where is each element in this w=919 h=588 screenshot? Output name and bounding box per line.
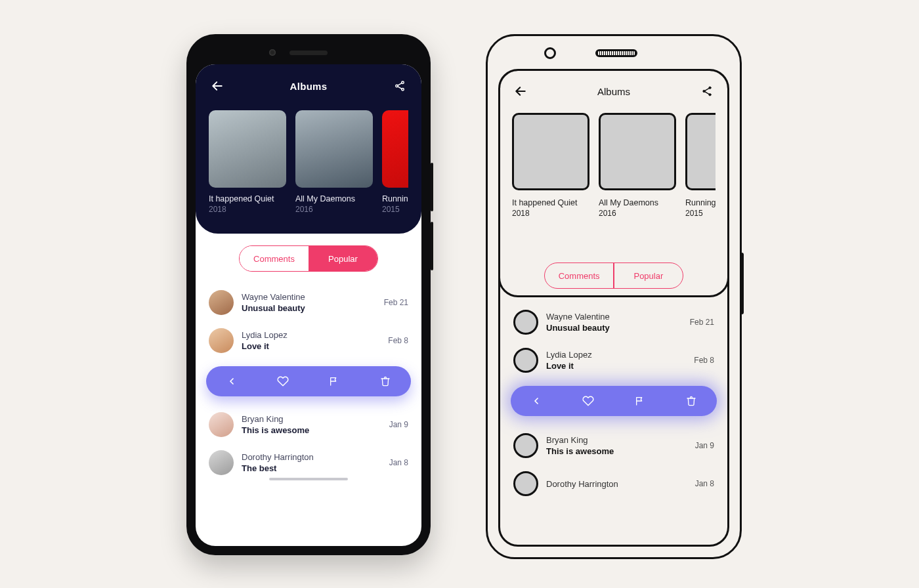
tab-comments[interactable]: Comments — [545, 263, 613, 288]
flag-icon[interactable] — [635, 396, 645, 406]
album-year: 2016 — [295, 205, 373, 214]
comment-text: Unusual beauty — [546, 323, 690, 333]
trash-icon[interactable] — [376, 372, 395, 390]
album-art — [209, 110, 286, 188]
speaker-icon — [595, 49, 637, 57]
tab-switch: Comments Popular — [239, 245, 378, 272]
album-title: All My Daemons — [295, 194, 373, 203]
albums-carousel[interactable]: It happened Quiet 2018 All My Daemons 20… — [512, 113, 716, 218]
comment-author: Lydia Lopez — [242, 330, 388, 340]
comment-text: Love it — [242, 341, 388, 351]
comment-date: Jan 9 — [389, 420, 408, 429]
comment-row[interactable]: Bryan King This is awesome Jan 9 — [206, 406, 411, 444]
comment-author: Wayne Valentine — [242, 292, 384, 302]
tab-popular[interactable]: Popular — [614, 263, 683, 288]
avatar — [513, 471, 538, 496]
albums-hero: Albums It happened Quiet 2018 All My Dae… — [196, 64, 421, 234]
comment-author: Dorothy Harrington — [546, 479, 695, 489]
back-icon[interactable] — [209, 77, 226, 94]
heart-icon[interactable] — [274, 372, 292, 390]
share-icon[interactable] — [698, 83, 716, 100]
heart-icon[interactable] — [582, 395, 594, 407]
comment-text: This is awesome — [546, 446, 695, 456]
trash-icon[interactable] — [686, 396, 696, 406]
comment-date: Feb 8 — [388, 336, 408, 345]
album-art — [685, 113, 716, 190]
avatar — [209, 412, 234, 437]
comment-author: Bryan King — [242, 414, 389, 424]
svg-line-4 — [398, 87, 402, 89]
comment-date: Jan 8 — [695, 479, 714, 488]
phone-mockup-wireframe: Albums It happened Quiet 2018 — [486, 34, 742, 559]
album-year: 2016 — [599, 209, 676, 218]
avatar — [209, 450, 234, 475]
album-card[interactable]: Running 2015 — [382, 110, 408, 214]
page-title: Albums — [290, 81, 328, 92]
screen: Albums It happened Quiet 2018 All My Dae… — [196, 64, 421, 546]
comment-row[interactable]: Wayne Valentine Unusual beauty Feb 21 — [206, 284, 411, 322]
comment-date: Feb 8 — [694, 356, 714, 365]
swipe-actions — [206, 366, 411, 396]
svg-line-11 — [705, 89, 709, 91]
camera-icon — [544, 47, 556, 59]
album-art — [382, 110, 408, 188]
comment-author: Wayne Valentine — [546, 312, 690, 322]
swipe-actions — [511, 386, 717, 416]
album-art — [599, 113, 676, 190]
comment-row[interactable]: Wayne Valentine Unusual beauty Feb 21 — [511, 303, 717, 341]
album-year: 2015 — [382, 205, 408, 214]
tab-comments[interactable]: Comments — [240, 246, 309, 271]
avatar — [209, 328, 234, 353]
comment-row[interactable]: Dorothy Harrington Jan 8 — [511, 465, 717, 503]
comment-text: This is awesome — [242, 425, 389, 435]
comment-row[interactable]: Dorothy Harrington The best Jan 8 — [206, 444, 411, 482]
action-back-icon[interactable] — [223, 372, 241, 390]
comment-text: Love it — [546, 361, 694, 371]
phone-mockup-color: Albums It happened Quiet 2018 All My Dae… — [186, 34, 431, 555]
album-title: Running — [685, 198, 716, 207]
album-card[interactable]: Running 2015 — [685, 113, 716, 218]
album-card[interactable]: All My Daemons 2016 — [295, 110, 373, 214]
album-year: 2018 — [209, 205, 286, 214]
album-title: All My Daemons — [599, 198, 676, 207]
album-art — [512, 113, 589, 190]
album-art — [295, 110, 373, 188]
screen: Albums It happened Quiet 2018 — [498, 69, 729, 547]
comment-row[interactable]: Bryan King This is awesome Jan 9 — [511, 427, 717, 465]
comment-author: Bryan King — [546, 435, 695, 445]
albums-hero: Albums It happened Quiet 2018 — [500, 71, 727, 234]
svg-line-10 — [705, 92, 709, 94]
avatar — [513, 348, 538, 373]
album-card[interactable]: All My Daemons 2016 — [599, 113, 676, 218]
comment-row[interactable]: Lydia Lopez Love it Feb 8 — [206, 322, 411, 360]
comment-author: Dorothy Harrington — [242, 452, 389, 462]
action-back-icon[interactable] — [531, 396, 542, 406]
svg-line-5 — [398, 83, 402, 85]
comment-text: Unusual beauty — [242, 303, 384, 313]
back-icon[interactable] — [512, 83, 529, 100]
album-card[interactable]: It happened Quiet 2018 — [209, 110, 286, 214]
share-icon[interactable] — [391, 77, 408, 94]
comment-author: Lydia Lopez — [546, 350, 694, 360]
album-title: It happened Quiet — [512, 198, 589, 207]
comment-row[interactable]: Lydia Lopez Love it Feb 8 — [511, 341, 717, 379]
comment-date: Feb 21 — [384, 298, 408, 307]
album-title: It happened Quiet — [209, 194, 286, 203]
comment-date: Feb 21 — [690, 318, 714, 327]
album-card[interactable]: It happened Quiet 2018 — [512, 113, 589, 218]
comment-text: The best — [242, 463, 389, 473]
albums-carousel[interactable]: It happened Quiet 2018 All My Daemons 20… — [209, 110, 408, 214]
page-title: Albums — [597, 86, 630, 97]
avatar — [209, 290, 234, 315]
avatar — [513, 433, 538, 458]
avatar — [513, 310, 538, 335]
home-indicator — [269, 478, 348, 480]
flag-icon[interactable] — [325, 372, 343, 390]
album-year: 2018 — [512, 209, 589, 218]
comment-date: Jan 8 — [389, 458, 408, 467]
comment-date: Jan 9 — [695, 441, 714, 450]
tab-popular[interactable]: Popular — [309, 246, 377, 271]
album-title: Running — [382, 194, 408, 203]
tab-switch: Comments Popular — [544, 262, 683, 289]
album-year: 2015 — [685, 209, 716, 218]
